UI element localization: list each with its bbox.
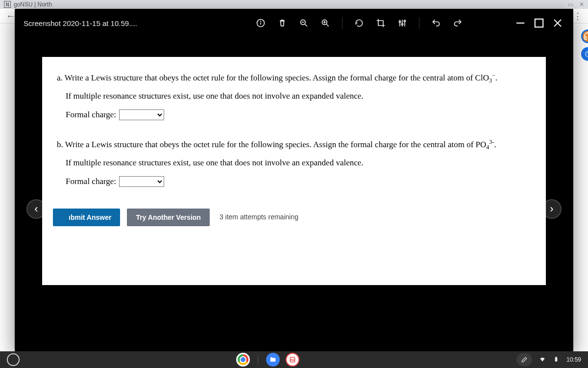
crop-button[interactable] [372,14,390,32]
svg-rect-23 [556,356,557,357]
svg-point-14 [399,21,400,23]
svg-point-16 [404,20,405,22]
formula-clo3: ClO3− [475,73,495,82]
submit-answer-button[interactable]: ıbmit Answer [53,209,120,226]
close-button[interactable] [551,16,564,30]
browser-tab-bar: N goNSU | North ▭ ✕ [0,0,588,9]
undo-button[interactable] [427,14,445,32]
window-close-icon[interactable]: ✕ [579,1,584,8]
screenshot-content: a. Write a Lewis structure that obeys th… [42,57,546,285]
adjust-button[interactable] [393,14,411,32]
tab-favicon: N [4,1,11,8]
floating-badges [581,29,588,61]
chromeos-shelf: 10:59 [0,351,588,368]
formal-charge-label-a: Formal charge: [66,107,116,123]
viewer-body: ‹ › a. Write a Lewis structure that obey… [15,37,573,351]
svg-line-5 [305,25,307,26]
clock[interactable]: 10:59 [566,356,581,363]
viewer-toolbar: Screenshot 2020-11-15 at 10.59.... [15,9,573,37]
formal-charge-select-a[interactable] [119,109,164,120]
formula-po4: PO43- [476,140,494,149]
zoom-in-button[interactable] [317,14,334,32]
files-app-icon[interactable] [266,353,280,367]
svg-rect-22 [555,357,558,361]
stylus-button[interactable] [516,353,532,366]
question-b-text: Write a Lewis structure that obeys the o… [63,140,476,149]
info-button[interactable] [252,14,270,32]
headset-badge[interactable] [581,29,588,43]
delete-button[interactable] [273,14,291,32]
question-a: a. Write a Lewis structure that obeys th… [57,70,531,123]
browser-window-controls: ▭ ✕ [568,1,584,8]
question-a-text: Write a Lewis structure that obeys the o… [63,73,475,82]
svg-rect-18 [535,19,543,27]
question-b-label: b. [57,140,63,149]
try-another-button[interactable]: Try Another Version [127,209,210,226]
question-a-label: a. [57,73,63,82]
back-button[interactable]: ← [6,10,16,22]
attempts-remaining: 3 item attempts remaining [220,210,298,224]
formal-charge-select-b[interactable] [119,176,164,187]
action-buttons: ıbmit Answer Try Another Version 3 item … [67,209,531,226]
browser-menu-button[interactable]: ⋮ [573,11,582,22]
window-restore-icon[interactable]: ▭ [568,1,573,8]
gallery-app-icon[interactable] [286,353,299,367]
question-b-line2: If multiple resonance structures exist, … [66,155,531,171]
zoom-out-button[interactable] [295,14,313,32]
battery-icon[interactable] [553,356,560,364]
svg-point-3 [261,21,261,22]
viewer-filename: Screenshot 2020-11-15 at 10.59.... [24,19,137,27]
redo-button[interactable] [449,14,466,32]
image-viewer: Screenshot 2020-11-15 at 10.59.... [15,9,573,351]
question-b: b. Write a Lewis structure that obeys th… [57,136,531,189]
svg-point-15 [401,24,403,25]
maximize-button[interactable] [532,16,546,30]
svg-line-8 [327,25,329,26]
tab-title[interactable]: goNSU | North [14,1,52,8]
wifi-icon[interactable] [539,356,546,364]
formal-charge-label-b: Formal charge: [66,174,116,189]
chrome-app-icon[interactable] [236,353,250,367]
minimize-button[interactable] [514,16,527,30]
rotate-button[interactable] [350,14,368,32]
launcher-button[interactable] [7,353,20,366]
help-badge[interactable] [581,47,588,61]
question-a-line2: If multiple resonance structures exist, … [66,88,531,104]
